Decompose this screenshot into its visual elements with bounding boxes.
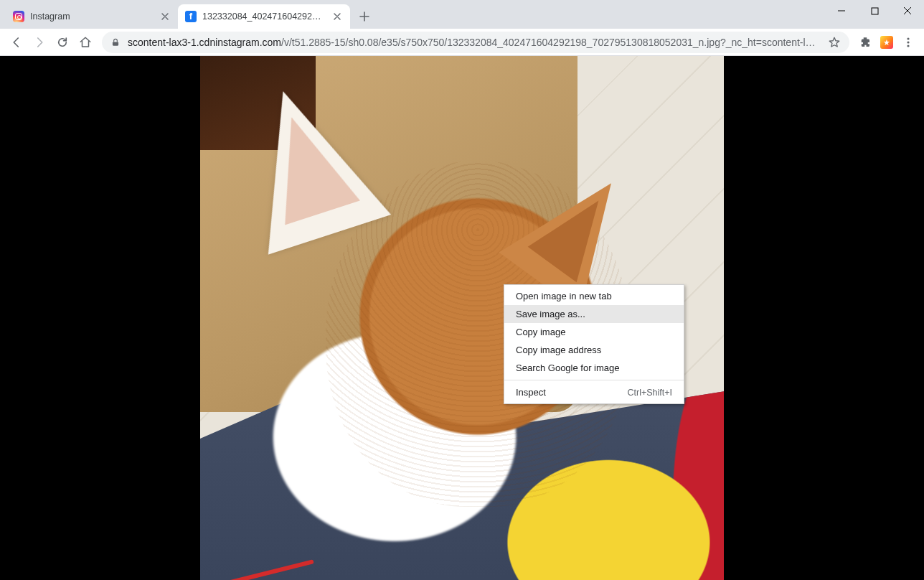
window-maximize-button[interactable]	[858, 0, 891, 22]
context-menu-search-google-image[interactable]: Search Google for image	[504, 359, 684, 377]
context-menu-item-label: Open image in new tab	[516, 291, 612, 301]
context-menu-save-image-as[interactable]: Save image as...	[504, 305, 684, 323]
context-menu-item-label: Inspect	[516, 387, 546, 398]
svg-rect-1	[113, 42, 118, 45]
home-button[interactable]	[75, 32, 96, 53]
svg-point-4	[907, 45, 909, 47]
browser-toolbar: scontent-lax3-1.cdninstagram.com/v/t51.2…	[0, 29, 924, 56]
context-menu-item-shortcut: Ctrl+Shift+I	[627, 388, 672, 398]
window-controls	[825, 0, 924, 24]
tab-close-icon[interactable]	[159, 11, 171, 22]
address-bar[interactable]: scontent-lax3-1.cdninstagram.com/v/t51.2…	[102, 32, 849, 53]
context-menu-open-image-new-tab[interactable]: Open image in new tab	[504, 287, 684, 305]
forward-button[interactable]	[29, 32, 50, 53]
svg-rect-0	[872, 8, 878, 14]
context-menu-item-label: Search Google for image	[516, 362, 620, 373]
new-tab-button[interactable]	[354, 6, 374, 27]
window-minimize-button[interactable]	[825, 0, 858, 22]
tab-close-icon[interactable]	[331, 11, 343, 22]
tab-title: 132332084_402471604292198_7…	[202, 11, 326, 22]
extensions-icon[interactable]	[855, 32, 875, 52]
instagram-icon	[13, 11, 24, 22]
context-menu-copy-image[interactable]: Copy image	[504, 323, 684, 341]
chrome-menu-icon[interactable]	[898, 32, 918, 52]
context-menu-item-label: Save image as...	[516, 309, 585, 319]
context-menu-separator	[504, 380, 684, 380]
context-menu-copy-image-address[interactable]: Copy image address	[504, 341, 684, 359]
reload-button[interactable]	[52, 32, 73, 53]
facebook-icon: f	[185, 11, 197, 22]
context-menu-item-label: Copy image address	[516, 345, 601, 355]
url-text: scontent-lax3-1.cdninstagram.com/v/t51.2…	[128, 37, 821, 48]
context-menu-item-label: Copy image	[516, 327, 565, 337]
svg-point-3	[907, 41, 909, 43]
page-viewport	[0, 56, 924, 580]
bookmark-star-icon[interactable]	[828, 36, 841, 49]
back-button[interactable]	[6, 32, 27, 53]
svg-point-2	[907, 37, 909, 39]
lock-icon	[110, 37, 121, 47]
context-menu-inspect[interactable]: Inspect Ctrl+Shift+I	[504, 383, 684, 401]
tab-title: Instagram	[30, 11, 154, 22]
tab-strip: Instagram f 132332084_402471604292198_7…	[0, 0, 924, 29]
tab-image-file[interactable]: f 132332084_402471604292198_7…	[178, 4, 350, 29]
tab-instagram[interactable]: Instagram	[6, 4, 178, 29]
context-menu: Open image in new tab Save image as... C…	[504, 284, 684, 404]
window-close-button[interactable]	[891, 0, 924, 22]
pinned-extension-icon[interactable]	[877, 32, 897, 52]
